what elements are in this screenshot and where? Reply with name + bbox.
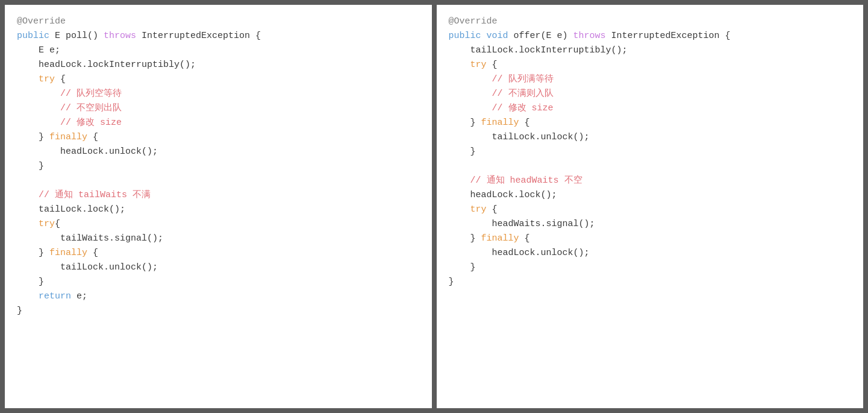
code-token: finally (49, 248, 87, 258)
code-line: headWaits.signal(); (449, 217, 852, 232)
code-line: tailWaits.signal(); (17, 232, 420, 246)
code-line: } finally { (449, 232, 852, 246)
code-token: } (17, 161, 44, 171)
code-token: // 修改 size (449, 103, 554, 113)
code-line: } (449, 145, 852, 159)
code-token: { (519, 118, 530, 128)
code-token: headLock.unlock(); (17, 147, 158, 157)
code-token: try (39, 219, 55, 229)
code-token: // 修改 size (17, 118, 122, 128)
code-line: return e; (17, 289, 420, 304)
code-token: { (519, 233, 530, 244)
code-token (17, 219, 39, 229)
code-token: { (55, 74, 66, 84)
code-line: E e; (17, 43, 420, 58)
code-token: InterruptedException { (611, 31, 731, 41)
code-line: // 修改 size (17, 116, 420, 130)
code-token: } (449, 147, 476, 157)
code-line: } (449, 275, 852, 289)
code-token (17, 291, 39, 301)
code-token: } (449, 118, 481, 128)
code-token: } (17, 248, 49, 258)
code-token: { (55, 219, 60, 229)
code-token: } (449, 233, 481, 244)
code-token: InterruptedException { (142, 31, 261, 41)
code-line: tailLock.lockInterruptibly(); (449, 43, 852, 58)
code-blank-line (17, 174, 420, 188)
code-token: // 队列满等待 (449, 74, 554, 84)
code-token: tailWaits.signal(); (17, 233, 163, 244)
code-panel-right: @Overridepublic void offer(E e) throws I… (437, 5, 864, 408)
code-token: @Override (449, 16, 498, 27)
code-line: headLock.unlock(); (17, 145, 420, 159)
code-token: } (17, 306, 22, 316)
code-token: } (17, 132, 49, 142)
code-line: } (17, 275, 420, 289)
code-token: { (87, 132, 98, 142)
code-token (449, 204, 470, 215)
code-token: // 通知 tailWaits 不满 (17, 190, 151, 200)
code-token: tailLock.lockInterruptibly(); (449, 45, 628, 55)
code-token: E e; (17, 45, 60, 55)
code-line: headLock.lock(); (449, 188, 852, 203)
code-token: } (449, 277, 454, 287)
code-token: public (17, 31, 55, 41)
code-line: @Override (449, 14, 852, 29)
code-token: } (17, 277, 44, 287)
main-container: @Overridepublic E poll() throws Interrup… (0, 0, 868, 413)
code-token: // 队列空等待 (17, 89, 122, 99)
code-line: } finally { (17, 246, 420, 260)
code-token: { (487, 204, 498, 215)
code-panel-left: @Overridepublic E poll() throws Interrup… (5, 5, 432, 408)
code-token (17, 74, 39, 84)
code-token: headLock.lockInterruptibly(); (17, 60, 196, 70)
code-line: tailLock.unlock(); (449, 130, 852, 145)
code-line: } (17, 304, 420, 318)
code-token: headLock.lock(); (449, 190, 557, 200)
code-line: headLock.unlock(); (449, 246, 852, 260)
code-token: throws (573, 31, 611, 41)
code-line: try { (449, 58, 852, 72)
code-line: } (17, 159, 420, 174)
code-line: } finally { (449, 116, 852, 130)
code-token: try (470, 204, 487, 215)
code-line: } (449, 260, 852, 275)
code-token: headLock.unlock(); (449, 248, 590, 258)
code-line: // 队列空等待 (17, 87, 420, 101)
code-token: try (39, 74, 55, 84)
code-token: finally (481, 233, 519, 244)
code-token: E poll() (55, 31, 104, 41)
code-token: // 不满则入队 (449, 89, 554, 99)
code-line: try{ (17, 217, 420, 232)
code-token (449, 60, 470, 70)
code-blank-line (449, 159, 852, 174)
code-line: } finally { (17, 130, 420, 145)
code-line: // 不空则出队 (17, 101, 420, 116)
code-token: e; (71, 291, 87, 301)
code-token: tailLock.unlock(); (17, 262, 158, 273)
code-token: finally (481, 118, 519, 128)
code-line: tailLock.unlock(); (17, 260, 420, 275)
code-token: headWaits.signal(); (449, 219, 595, 229)
code-token: // 通知 headWaits 不空 (449, 175, 582, 186)
code-line: tailLock.lock(); (17, 203, 420, 217)
code-token: @Override (17, 16, 66, 27)
code-token: public (449, 31, 487, 41)
code-token: return (39, 291, 71, 301)
code-line: try { (449, 203, 852, 217)
code-token: { (487, 60, 498, 70)
code-token: } (449, 262, 476, 273)
code-line: // 修改 size (449, 101, 852, 116)
code-line: // 通知 headWaits 不空 (449, 174, 852, 188)
code-token: // 不空则出队 (17, 103, 122, 113)
code-token: finally (49, 132, 87, 142)
code-line: // 不满则入队 (449, 87, 852, 101)
code-token: try (470, 60, 487, 70)
code-token: void (487, 31, 508, 41)
code-line: public E poll() throws InterruptedExcept… (17, 29, 420, 43)
code-token: throws (104, 31, 142, 41)
code-line: @Override (17, 14, 420, 29)
code-token: tailLock.unlock(); (449, 132, 590, 142)
code-token: offer(E e) (508, 31, 573, 41)
code-line: // 通知 tailWaits 不满 (17, 188, 420, 203)
